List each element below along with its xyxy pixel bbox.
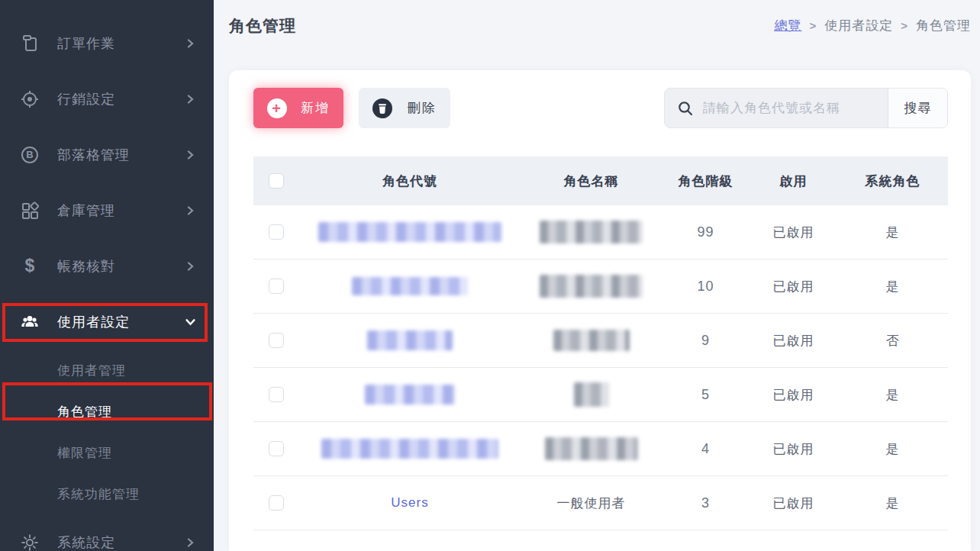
row-checkbox[interactable] xyxy=(269,279,284,294)
table-row: 99 已啟用 是 xyxy=(253,205,948,259)
sidebar-item-orders[interactable]: 訂單作業 xyxy=(0,15,214,71)
role-level: 10 xyxy=(662,279,750,295)
sidebar-subitem-role-management[interactable]: 角色管理 xyxy=(0,391,214,432)
sidebar-item-user-settings[interactable]: 使用者設定 xyxy=(0,294,214,350)
role-level: 4 xyxy=(662,441,750,457)
sidebar-subitem-permission-management[interactable]: 權限管理 xyxy=(0,432,214,473)
role-level: 99 xyxy=(662,224,750,240)
search-group: 搜尋 xyxy=(664,88,948,128)
page-header: 角色管理 總覽 > 使用者設定 > 角色管理 xyxy=(214,0,980,70)
plus-icon: + xyxy=(267,98,287,118)
add-button[interactable]: + 新增 xyxy=(253,88,343,128)
column-header-role-level: 角色階級 xyxy=(662,172,750,190)
table-row: 9 已啟用 否 xyxy=(253,314,948,368)
row-checkbox[interactable] xyxy=(269,333,284,348)
search-icon xyxy=(665,89,694,127)
role-level: 5 xyxy=(662,387,750,403)
blog-b-icon: B xyxy=(20,145,40,165)
role-enabled: 已啟用 xyxy=(750,224,837,241)
redacted-role-code xyxy=(321,439,498,459)
roles-table: 角色代號 角色名稱 角色階級 啟用 系統角色 99 已啟用 是 10 xyxy=(253,156,948,530)
chevron-right-icon xyxy=(185,38,195,49)
sidebar-subitem-system-function-management[interactable]: 系統功能管理 xyxy=(0,473,214,514)
sidebar-item-label: 行銷設定 xyxy=(57,90,185,108)
redacted-role-code xyxy=(352,277,468,295)
table-row: 4 已啟用 是 xyxy=(253,422,948,476)
role-system: 是 xyxy=(837,495,948,512)
clipboard-icon xyxy=(20,34,40,53)
toolbar: + 新增 刪除 搜尋 xyxy=(253,88,948,128)
redacted-role-name xyxy=(540,221,643,243)
search-button[interactable]: 搜尋 xyxy=(888,89,947,127)
column-header-enabled: 啟用 xyxy=(750,172,837,190)
sidebar-item-marketing[interactable]: 行銷設定 xyxy=(0,71,214,127)
role-system: 是 xyxy=(837,386,948,404)
role-system: 否 xyxy=(837,332,948,350)
role-enabled: 已啟用 xyxy=(750,495,837,512)
role-system: 是 xyxy=(837,440,948,458)
table-row: 10 已啟用 是 xyxy=(253,259,948,314)
search-input[interactable] xyxy=(694,89,888,127)
dollar-icon: $ xyxy=(20,256,40,276)
chevron-right-icon xyxy=(185,537,195,548)
target-icon xyxy=(20,89,40,109)
row-checkbox[interactable] xyxy=(269,224,284,240)
sidebar-item-label: 訂單作業 xyxy=(57,34,185,53)
sidebar: 訂單作業 行銷設定 B 部落格管理 xyxy=(0,0,214,551)
redacted-role-name xyxy=(574,382,609,407)
page-title: 角色管理 xyxy=(229,15,296,37)
sidebar-item-warehouse[interactable]: 倉庫管理 xyxy=(0,182,214,238)
chevron-right-icon xyxy=(185,205,195,216)
select-all-checkbox[interactable] xyxy=(269,173,284,188)
gear-icon xyxy=(20,533,40,551)
sidebar-item-system-settings[interactable]: 系統設定 xyxy=(0,514,214,551)
breadcrumb-overview-link[interactable]: 總覽 xyxy=(774,17,801,34)
chevron-right-icon xyxy=(185,94,195,105)
sidebar-item-accounting[interactable]: $ 帳務核對 xyxy=(0,238,214,294)
sidebar-item-label: 部落格管理 xyxy=(57,146,185,164)
column-header-role-name: 角色名稱 xyxy=(521,172,662,190)
sidebar-item-label: 倉庫管理 xyxy=(57,201,185,220)
sidebar-item-label: 使用者設定 xyxy=(57,313,185,331)
users-icon xyxy=(20,312,40,332)
main-content: 角色管理 總覽 > 使用者設定 > 角色管理 + 新增 刪除 xyxy=(214,0,980,551)
role-enabled: 已啟用 xyxy=(750,332,837,350)
role-level: 9 xyxy=(662,333,750,349)
content-card: + 新增 刪除 搜尋 xyxy=(229,70,971,551)
sidebar-subitem-user-management[interactable]: 使用者管理 xyxy=(0,350,214,391)
warehouse-blocks-icon xyxy=(20,201,40,221)
sidebar-item-label: 帳務核對 xyxy=(57,257,185,276)
chevron-down-icon xyxy=(185,317,195,327)
delete-button[interactable]: 刪除 xyxy=(359,88,450,128)
redacted-role-name xyxy=(553,330,630,351)
role-enabled: 已啟用 xyxy=(750,278,837,295)
row-checkbox[interactable] xyxy=(269,387,284,402)
chevron-right-icon xyxy=(185,150,195,160)
row-checkbox[interactable] xyxy=(269,441,284,456)
role-system: 是 xyxy=(837,278,948,295)
redacted-role-name xyxy=(545,437,638,460)
column-header-role-code: 角色代號 xyxy=(299,172,521,190)
sidebar-item-blog[interactable]: B 部落格管理 xyxy=(0,127,214,182)
add-button-label: 新增 xyxy=(301,99,330,117)
table-row: 5 已啟用 是 xyxy=(253,368,948,422)
breadcrumb-separator-icon: > xyxy=(901,19,908,32)
table-header-row: 角色代號 角色名稱 角色階級 啟用 系統角色 xyxy=(253,156,948,205)
redacted-role-code xyxy=(318,222,501,242)
trash-icon xyxy=(372,98,392,118)
row-checkbox[interactable] xyxy=(269,495,284,511)
chevron-right-icon xyxy=(185,261,195,272)
role-name: 一般使用者 xyxy=(521,495,662,512)
table-row: Users 一般使用者 3 已啟用 是 xyxy=(253,476,948,530)
redacted-role-code xyxy=(365,385,455,404)
breadcrumb-section: 使用者設定 xyxy=(824,17,893,34)
breadcrumb-current: 角色管理 xyxy=(916,17,971,34)
role-enabled: 已啟用 xyxy=(750,386,837,404)
breadcrumb-separator-icon: > xyxy=(809,19,817,32)
role-system: 是 xyxy=(837,224,948,241)
column-header-system-role: 系統角色 xyxy=(837,172,948,190)
role-code-link[interactable]: Users xyxy=(391,495,428,511)
delete-button-label: 刪除 xyxy=(408,99,437,117)
role-level: 3 xyxy=(662,495,750,511)
redacted-role-name xyxy=(540,275,643,298)
